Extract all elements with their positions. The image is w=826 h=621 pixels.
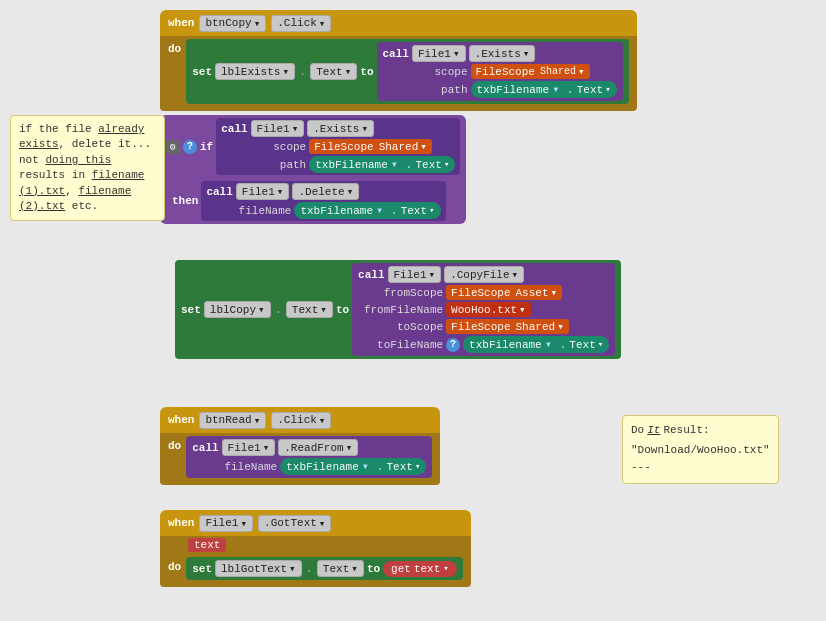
toscope-label: toScope — [363, 321, 443, 333]
fromscope-label: fromScope — [363, 287, 443, 299]
text-prop-dropdown-1[interactable]: Text ▾ — [310, 63, 357, 80]
filescope-dropdown-1[interactable]: FileScope Shared ▾ — [471, 64, 590, 79]
fromscope-dropdown[interactable]: FileScope Asset ▾ — [446, 285, 562, 300]
to-keyword-1: to — [360, 66, 373, 78]
text-prop-gottext-dropdown[interactable]: Text ▾ — [317, 560, 364, 577]
get-var: text — [414, 563, 440, 575]
comment-text: if the file already exists, delete it...… — [19, 123, 151, 212]
click-event-dropdown-2[interactable]: .Click ▾ — [271, 412, 331, 429]
do-keyword-1: do — [168, 39, 181, 55]
call-keyword-then: call — [206, 186, 232, 198]
canvas: when btnCopy ▾ .Click ▾ do set lblExists… — [0, 0, 826, 621]
question-icon-copy[interactable]: ? — [446, 338, 460, 352]
call-keyword-copy: call — [358, 269, 384, 281]
result-ellipsis: --- — [631, 459, 770, 477]
exists-dropdown-1[interactable]: .Exists ▾ — [469, 45, 536, 62]
call-keyword-1: call — [383, 48, 409, 60]
then-keyword: then — [172, 195, 198, 207]
text-prop-copy-dropdown[interactable]: Text ▾ — [286, 301, 333, 318]
when-copy-block: when btnCopy ▾ .Click ▾ do set lblExists… — [160, 10, 637, 111]
delete-dropdown[interactable]: .Delete ▾ — [292, 183, 359, 200]
if-block-container: ⚙ ? if call File1 ▾ .Exists ▾ — [160, 115, 466, 224]
filename-label-read: fileName — [197, 461, 277, 473]
set-copy-block: set lblCopy ▾ . Text ▾ to call File1 ▾ — [175, 260, 621, 359]
result-label: Result: — [663, 422, 709, 440]
readfrom-dropdown[interactable]: .ReadFrom ▾ — [278, 439, 358, 456]
file1-dropdown-1[interactable]: File1 ▾ — [412, 45, 466, 62]
lblcopy-dropdown[interactable]: lblCopy ▾ — [204, 301, 271, 318]
file1-read-dropdown[interactable]: File1 ▾ — [222, 439, 276, 456]
scope-label-1: scope — [388, 66, 468, 78]
btncopy-dropdown[interactable]: btnCopy ▾ — [199, 15, 266, 32]
txbfilename-pill-then[interactable]: txbFilename ▾ . Text ▾ — [294, 202, 440, 219]
call-keyword-if: call — [221, 123, 247, 135]
scope-label-if: scope — [226, 141, 306, 153]
result-value: "Download/WooHoo.txt" — [631, 442, 770, 460]
get-keyword: get — [391, 563, 411, 575]
txbfilename-pill-1[interactable]: txbFilename ▾ . Text ▾ — [471, 81, 617, 98]
fromfilename-label: fromFileName — [363, 304, 443, 316]
gear-icon-if[interactable]: ⚙ — [166, 140, 180, 154]
lblgottext-dropdown[interactable]: lblGotText ▾ — [215, 560, 302, 577]
do-label-result: Do — [631, 422, 644, 440]
path-label-if: path — [226, 159, 306, 171]
toscope-dropdown[interactable]: FileScope Shared ▾ — [446, 319, 569, 334]
path-label-1: path — [388, 84, 468, 96]
if-keyword: if — [200, 141, 213, 153]
filescope-dropdown-if[interactable]: FileScope Shared ▾ — [309, 139, 432, 154]
text-param-badge: text — [188, 538, 226, 552]
txbfilename-pill-read[interactable]: txbFilename ▾ . Text ▾ — [280, 458, 426, 475]
it-label-result: It — [647, 422, 660, 440]
do-keyword-3: do — [168, 557, 181, 573]
when-read-block: when btnRead ▾ .Click ▾ do call File1 ▾ — [160, 407, 440, 485]
woohoo-dropdown[interactable]: WooHoo.txt ▾ — [446, 302, 531, 317]
to-keyword-gottext: to — [367, 563, 380, 575]
when-gottext-block: when File1 ▾ .GotText ▾ text do set lblG… — [160, 510, 471, 587]
file1-copy-dropdown[interactable]: File1 ▾ — [388, 266, 442, 283]
to-keyword-copy: to — [336, 304, 349, 316]
exists-dropdown-if[interactable]: .Exists ▾ — [307, 120, 374, 137]
txbfilename-pill-if[interactable]: txbFilename ▾ . Text ▾ — [309, 156, 455, 173]
file1-gottext-dropdown[interactable]: File1 ▾ — [199, 515, 253, 532]
call-keyword-read: call — [192, 442, 218, 454]
set-keyword-copy: set — [181, 304, 201, 316]
gottext-event-dropdown[interactable]: .GotText ▾ — [258, 515, 331, 532]
get-text-pill[interactable]: get text ▾ — [383, 561, 457, 577]
when-keyword-2: when — [168, 414, 194, 426]
btnread-dropdown[interactable]: btnRead ▾ — [199, 412, 266, 429]
question-icon-if[interactable]: ? — [183, 140, 197, 154]
result-tooltip: Do It Result: "Download/WooHoo.txt" --- — [622, 415, 779, 484]
filename-label-then: fileName — [211, 205, 291, 217]
when-keyword-3: when — [168, 517, 194, 529]
comment-tooltip: if the file already exists, delete it...… — [10, 115, 165, 221]
when-keyword: when — [168, 17, 194, 29]
copyfile-dropdown[interactable]: .CopyFile ▾ — [444, 266, 524, 283]
do-keyword-2: do — [168, 436, 181, 452]
set-keyword-1: set — [192, 66, 212, 78]
lblexists-dropdown[interactable]: lblExists ▾ — [215, 63, 295, 80]
txbfilename-pill-copy[interactable]: txbFilename ▾ . Text ▾ — [463, 336, 609, 353]
tofilename-label: toFileName — [363, 339, 443, 351]
file1-dropdown-then[interactable]: File1 ▾ — [236, 183, 290, 200]
set-keyword-gottext: set — [192, 563, 212, 575]
click-event-dropdown[interactable]: .Click ▾ — [271, 15, 331, 32]
file1-dropdown-if[interactable]: File1 ▾ — [251, 120, 305, 137]
